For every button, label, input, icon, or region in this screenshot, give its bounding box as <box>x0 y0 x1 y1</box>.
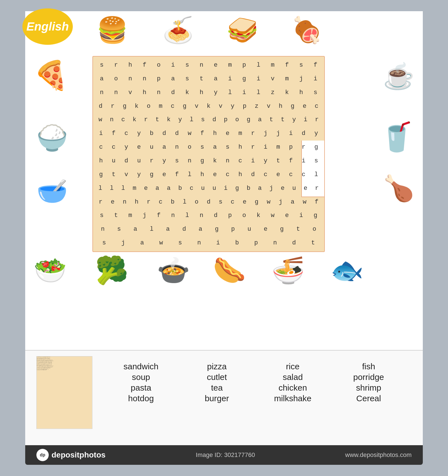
cell: s <box>171 154 183 168</box>
cell: s <box>180 58 194 72</box>
cell: a <box>192 222 209 236</box>
cell: e <box>107 195 119 209</box>
food-soup: 🍲 <box>157 255 190 286</box>
cell: i <box>166 58 180 72</box>
cell: h <box>234 168 246 181</box>
cell: m <box>266 58 280 72</box>
cell: t <box>152 113 163 127</box>
cell: k <box>280 86 294 99</box>
word-cereal: Cereal <box>331 394 406 403</box>
cell: b <box>167 195 179 209</box>
cell: j <box>272 127 284 140</box>
cell: s <box>95 209 109 222</box>
grid-row-9: g t v y g e f l h e c h d c e c c <box>95 168 323 181</box>
cell: d <box>158 127 171 140</box>
answer-grid-preview: s r h f o i s n e m p l m f s f a o n n … <box>36 356 92 429</box>
food-fish: 🐟 <box>330 255 364 286</box>
cell: l <box>117 181 129 195</box>
footer: dp depositphotos Image ID: 302177760 www… <box>25 445 423 465</box>
cell: v <box>123 86 137 99</box>
cell: e <box>140 181 152 195</box>
cell: w <box>183 127 196 140</box>
cell: w <box>298 195 311 209</box>
cell: n <box>123 72 137 86</box>
cell: u <box>209 181 220 195</box>
cell: y <box>133 127 145 140</box>
cell: i <box>251 72 266 86</box>
cell: h <box>275 99 287 113</box>
cell: g <box>308 209 323 222</box>
cell: i <box>300 113 311 127</box>
cell: d <box>166 86 180 99</box>
cell: i <box>237 86 251 99</box>
grid-row-12: s t m j f n l n d p o k w e i g <box>95 209 323 222</box>
grid-row-5: w n c k r t k y l s d p o g a t t <box>95 113 323 127</box>
cell: h <box>137 86 152 99</box>
cell: b <box>145 127 158 140</box>
cell: n <box>265 236 284 250</box>
cell: g <box>310 140 323 154</box>
cell: g <box>209 222 225 236</box>
grid-row-13: n s a l a d a g p u e g t o <box>95 222 323 236</box>
cell: l <box>106 181 118 195</box>
cell: o <box>237 209 251 222</box>
cell: b <box>243 181 254 195</box>
word-cutlet: cutlet <box>179 372 254 382</box>
cell: a <box>158 140 171 154</box>
food-rice: 🍚 <box>36 123 68 153</box>
grid-row-6: i f c y b d d w f h e m r j j i d <box>95 127 323 140</box>
cell: d <box>120 154 132 168</box>
cell: h <box>194 86 209 99</box>
cell: o <box>306 222 323 236</box>
food-milkshake: 🥤 <box>379 120 414 153</box>
word-tea: tea <box>179 383 254 393</box>
cell: m <box>272 140 284 154</box>
cell: k <box>131 99 143 113</box>
cell: a <box>209 72 223 86</box>
cell: c <box>284 168 297 181</box>
cell: n <box>194 209 209 222</box>
cell: e <box>272 168 284 181</box>
cell: t <box>277 113 288 127</box>
food-pasta: 🍝 <box>162 15 194 45</box>
word-grid: s r h f o i s n e m p l m f s f <box>92 56 325 252</box>
cell: f <box>137 58 152 72</box>
word-list: sandwich pizza rice fish soup cutlet sal… <box>98 356 412 409</box>
cell: b <box>228 236 247 250</box>
cell: g <box>251 195 263 209</box>
cell: h <box>234 140 246 154</box>
cell: o <box>183 140 196 154</box>
cell: l <box>310 168 323 181</box>
website: www.depositphotos.com <box>345 451 412 459</box>
grid-row-4: d r g k o m c g v k v y p z v h g <box>95 99 323 113</box>
cell: l <box>251 86 266 99</box>
cell: n <box>95 86 109 99</box>
cell: n <box>221 154 234 168</box>
cell: s <box>171 236 190 250</box>
cell: r <box>143 195 155 209</box>
grid-row-3: n n v h n d k h y l i l z k h s <box>95 86 323 99</box>
cell: r <box>107 99 119 113</box>
cell: j <box>137 209 152 222</box>
cell: f <box>107 127 120 140</box>
cell: c <box>221 168 234 181</box>
word-sandwich: sandwich <box>104 362 178 371</box>
cell: f <box>280 58 294 72</box>
cell: j <box>275 195 287 209</box>
cell: r <box>311 181 323 195</box>
cell: i <box>247 154 259 168</box>
cell: h <box>294 86 308 99</box>
cell: l <box>143 222 160 236</box>
cell: i <box>259 140 272 154</box>
cell: c <box>120 127 132 140</box>
cell: d <box>284 236 304 250</box>
cell: a <box>152 181 163 195</box>
cell: a <box>209 140 221 154</box>
cell: k <box>203 99 215 113</box>
main-card: English 🍔 🍝 🥪 🍖 🍕 🍚 🥣 ☕ 🥤 🍗 🥗 🥦 🍲 🌭 🍜 🐟 … <box>25 11 423 465</box>
cell: h <box>196 168 209 181</box>
cell: c <box>95 140 107 154</box>
cell: s <box>308 86 323 99</box>
word-milkshake: milkshake <box>255 394 330 403</box>
cell: h <box>209 127 221 140</box>
